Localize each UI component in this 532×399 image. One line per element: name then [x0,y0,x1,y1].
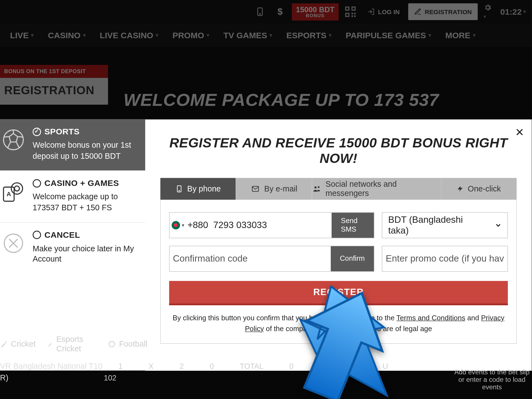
bonus-title: SPORTS [44,127,80,137]
confirmation-input[interactable] [170,246,331,271]
promo-field[interactable] [382,246,508,272]
radio-selected-icon [33,127,41,136]
tab-label: By phone [187,184,221,193]
currency-value: BDT (Bangladeshi taka) [382,214,489,236]
terms-link[interactable]: Terms and Conditions [397,314,465,322]
chips-icon: A [0,178,27,213]
svg-marker-32 [458,186,463,191]
tab-by-phone[interactable]: By phone [160,178,236,200]
svg-marker-14 [9,134,18,142]
svg-point-34 [109,341,115,347]
tab-one-click[interactable]: One-click [441,178,516,200]
svg-point-33 [5,341,7,343]
registration-tabs: By phone By e-mail Social networks and m… [160,178,517,200]
registration-form: ▾ +880 Send SMS BDT (Bangladeshi taka) [160,200,517,344]
row-extra: R) [0,374,8,383]
betslip-hint: Add events to the bet slip or enter a co… [452,369,532,391]
chevron-down-icon [489,221,507,229]
bonus-desc: Welcome bonus on your 1st deposit up to … [33,140,139,161]
svg-point-28 [179,190,180,191]
odds-header: 1 X 2 0 TOTAL 0 (OVER) T1 U [118,362,388,371]
confirm-button[interactable]: Confirm [331,246,374,271]
close-icon[interactable]: ✕ [515,126,524,139]
svg-point-30 [314,186,317,189]
modal-title: REGISTER AND RECEIVE 15000 BDT BONUS RIG… [145,119,532,178]
bonus-option-sports[interactable]: SPORTS Welcome bonus on your 1st deposit… [0,119,145,171]
svg-point-22 [14,186,19,191]
confirmation-field[interactable]: Confirm [169,246,374,272]
tab-social[interactable]: Social networks and messengers [312,178,441,200]
tab-label: By e-mail [264,184,297,193]
bonus-option-cancel[interactable]: CANCEL Make your choice later in My Acco… [0,222,145,274]
register-button[interactable]: REGISTER [169,281,508,305]
phone-prefix: +880 [186,220,210,231]
bonus-option-casino[interactable]: A CASINO + GAMES Welcome package up to 1… [0,170,145,222]
odd-value[interactable]: 102 [104,374,116,383]
svg-line-18 [16,142,19,147]
sport-tab-esports-cricket[interactable]: Esports Cricket [47,335,96,353]
phone-field[interactable]: ▾ +880 Send SMS [169,212,374,238]
svg-point-21 [11,183,23,194]
phone-input[interactable] [210,213,332,238]
country-selector[interactable]: ▾ [170,221,186,229]
radio-icon [33,231,41,239]
send-sms-button[interactable]: Send SMS [332,213,374,238]
svg-line-17 [4,137,9,137]
soccer-icon [0,127,27,161]
bonus-choice-panel: SPORTS Welcome bonus on your 1st deposit… [0,119,145,371]
sport-tab-cricket[interactable]: Cricket [0,335,36,353]
chevron-down-icon: ▾ [182,222,184,228]
promo-input[interactable] [382,246,507,271]
registration-modal: ✕ REGISTER AND RECEIVE 15000 BDT BONUS R… [145,119,532,371]
tab-by-email[interactable]: By e-mail [236,178,312,200]
register-label: REGISTER [313,287,364,298]
radio-icon [33,179,41,187]
legal-text: By clicking this button you confirm that… [169,313,508,334]
svg-line-16 [18,137,23,137]
currency-select[interactable]: BDT (Bangladeshi taka) [382,212,508,238]
bonus-title: CANCEL [44,230,80,240]
bonus-desc: Welcome package up to 173537 BDT + 150 F… [33,191,139,213]
cross-circle-icon [0,230,27,264]
flag-bangladesh-icon [172,221,180,229]
bonus-title: CASINO + GAMES [44,178,119,188]
tab-label: One-click [468,184,501,193]
bonus-desc: Make your choice later in My Account [33,243,139,264]
svg-text:A: A [6,191,11,198]
svg-point-31 [318,186,319,188]
sport-tab-football[interactable]: Football [108,335,147,353]
svg-line-19 [8,142,11,147]
match-name[interactable]: VR Bangladesh National T10 [0,362,103,371]
tab-label: Social networks and messengers [326,180,441,198]
